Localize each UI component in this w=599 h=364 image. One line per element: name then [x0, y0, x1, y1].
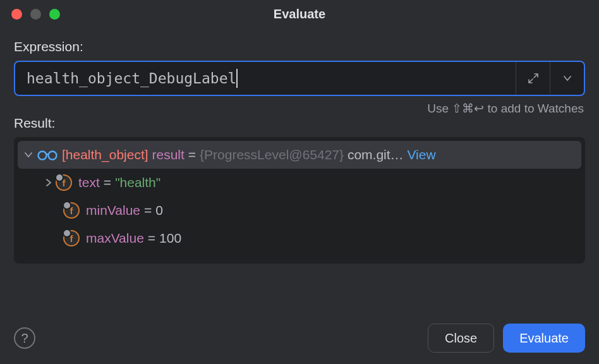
- glasses-icon: [37, 149, 58, 161]
- expression-value: health_object_DebugLabel: [27, 70, 236, 87]
- expand-editor-button[interactable]: [516, 62, 550, 95]
- result-root-row[interactable]: [health_object] result = {ProgressLevel@…: [18, 141, 581, 169]
- field-value: "health": [115, 175, 160, 190]
- view-link[interactable]: View: [407, 147, 435, 162]
- expand-icon[interactable]: [42, 178, 56, 187]
- field-icon: f: [63, 230, 80, 246]
- expand-icon: [527, 72, 540, 85]
- traffic-lights: [0, 9, 60, 20]
- shortcut-hint: Use ⇧⌘↩ to add to Watches: [14, 96, 585, 116]
- result-tree: [health_object] result = {ProgressLevel@…: [14, 137, 585, 264]
- field-value: 0: [155, 203, 163, 218]
- minimize-window-button[interactable]: [30, 9, 41, 20]
- titlebar: Evaluate: [0, 0, 599, 28]
- result-label: Result:: [14, 116, 585, 131]
- content-area: Expression: health_object_DebugLabel Use…: [0, 28, 599, 264]
- expression-row: health_object_DebugLabel: [14, 61, 585, 96]
- expression-label: Expression:: [14, 39, 585, 54]
- zoom-window-button[interactable]: [49, 9, 60, 20]
- text-caret: [236, 69, 238, 88]
- field-row-text[interactable]: f text = "health": [14, 169, 585, 197]
- equals-sign: =: [144, 231, 159, 246]
- history-dropdown-button[interactable]: [550, 62, 584, 95]
- close-window-button[interactable]: [11, 9, 22, 20]
- debug-label: [health_object]: [62, 147, 148, 162]
- footer: ? Close Evaluate: [14, 324, 585, 353]
- close-button[interactable]: Close: [428, 324, 494, 353]
- field-row-minvalue[interactable]: f minValue = 0: [14, 197, 585, 224]
- equals-sign: =: [100, 175, 115, 190]
- class-ref: {ProgressLevel@65427}: [200, 147, 344, 162]
- collapse-icon[interactable]: [21, 150, 35, 159]
- svg-point-0: [39, 152, 47, 160]
- window-title: Evaluate: [274, 7, 325, 21]
- field-name: maxValue: [86, 231, 144, 246]
- pkg-text: com.git…: [348, 147, 404, 162]
- svg-point-1: [49, 152, 57, 160]
- help-button[interactable]: ?: [14, 327, 35, 349]
- help-icon: ?: [21, 331, 28, 346]
- field-name: text: [78, 175, 100, 190]
- equals-sign: =: [140, 203, 155, 218]
- field-value: 100: [159, 231, 181, 246]
- field-name: minValue: [86, 203, 140, 218]
- field-icon: f: [63, 202, 80, 219]
- var-name: result: [152, 147, 184, 162]
- expression-input[interactable]: health_object_DebugLabel: [15, 62, 516, 95]
- equals-sign: =: [185, 147, 200, 162]
- field-icon: f: [56, 174, 72, 191]
- evaluate-button[interactable]: Evaluate: [503, 324, 585, 353]
- field-row-maxvalue[interactable]: f maxValue = 100: [14, 224, 585, 252]
- chevron-down-icon: [562, 73, 572, 83]
